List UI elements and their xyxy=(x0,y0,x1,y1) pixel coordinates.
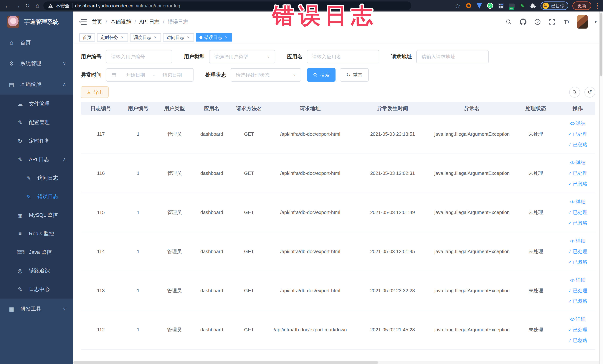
mark-processed-link[interactable]: ✓ 已处理 xyxy=(568,209,587,216)
tab-home[interactable]: 首页 × xyxy=(79,33,95,42)
sidebar-item-api-log[interactable]: ✎ API 日志 ∧ xyxy=(0,150,73,169)
mark-processed-link[interactable]: ✓ 已处理 xyxy=(568,327,587,333)
detail-link[interactable]: 详细 xyxy=(570,277,586,283)
eye-icon xyxy=(570,278,575,282)
browser-reload-icon[interactable]: ↻ xyxy=(23,2,32,10)
tab-job-log[interactable]: 调度日志 × xyxy=(130,33,161,42)
mark-ignored-link[interactable]: ✓ 已忽略 xyxy=(568,181,587,187)
tab-access-log[interactable]: 访问日志 × xyxy=(163,33,194,42)
mark-processed-link[interactable]: ✓ 已处理 xyxy=(568,131,587,137)
toggle-search-button[interactable] xyxy=(569,87,580,97)
bookmark-star-icon[interactable]: ☆ xyxy=(454,2,461,9)
end-date-placeholder[interactable]: 结束日期 xyxy=(156,72,188,78)
github-icon[interactable] xyxy=(519,18,527,26)
sidebar-logo-row[interactable]: 芋道管理系统 xyxy=(0,12,73,32)
search-button[interactable]: 搜索 xyxy=(307,68,336,82)
user-id-field[interactable] xyxy=(106,50,172,63)
sidebar-item-log-center[interactable]: ✎ 日志中心 xyxy=(0,280,73,299)
start-date-placeholder[interactable]: 开始日期 xyxy=(119,72,152,78)
browser-back-icon[interactable]: ← xyxy=(3,2,12,10)
hamburger-icon[interactable] xyxy=(79,19,87,25)
tab-close-icon[interactable]: × xyxy=(153,35,158,40)
tab-close-icon[interactable]: × xyxy=(120,35,125,40)
app-name-field[interactable] xyxy=(307,50,379,63)
sidebar-item-system[interactable]: ⚙ 系统管理 ∨ xyxy=(0,53,73,74)
mark-ignored-link[interactable]: ✓ 已忽略 xyxy=(568,259,587,265)
user-type-select[interactable]: 请选择用户类型 ∨ xyxy=(209,50,275,63)
mark-ignored-link[interactable]: ✓ 已忽略 xyxy=(568,141,587,148)
detail-link[interactable]: 详细 xyxy=(570,159,586,166)
user-avatar[interactable] xyxy=(577,15,588,29)
reset-button[interactable]: ↻ 重置 xyxy=(340,68,369,82)
breadcrumb-item[interactable]: API 日志 xyxy=(139,18,160,25)
detail-link[interactable]: 详细 xyxy=(570,199,586,205)
extension-on-badge-icon[interactable]: on xyxy=(508,2,515,9)
mark-processed-link[interactable]: ✓ 已处理 xyxy=(568,287,587,294)
detail-link[interactable]: 详细 xyxy=(570,316,586,322)
app-name-input[interactable] xyxy=(312,54,374,60)
sidebar-item-devtools[interactable]: ▣ 研发工具 ∨ xyxy=(0,299,73,319)
tab-close-icon[interactable]: × xyxy=(186,35,191,40)
sidebar-item-access-log[interactable]: ✎ 访问日志 xyxy=(0,169,73,187)
extension-leaf-icon[interactable] xyxy=(519,2,526,9)
vertical-scrollbar[interactable] xyxy=(599,12,603,364)
sidebar-item-file[interactable]: ☁ 文件管理 xyxy=(0,94,73,113)
tab-close-icon[interactable]: × xyxy=(224,35,228,40)
sidebar-item-java[interactable]: ⌨ Java 监控 xyxy=(0,243,73,261)
avatar-caret-down-icon[interactable]: ▾ xyxy=(595,20,597,24)
chrome-menu-icon[interactable] xyxy=(595,3,600,9)
search-icon[interactable] xyxy=(505,18,512,26)
detail-link[interactable]: 详细 xyxy=(570,238,586,244)
breadcrumb-item[interactable]: 首页 xyxy=(92,18,102,25)
breadcrumb-item[interactable]: 基础设施 xyxy=(110,18,131,25)
security-warning-icon[interactable] xyxy=(48,3,53,8)
mark-processed-link[interactable]: ✓ 已处理 xyxy=(568,170,587,176)
request-url-input[interactable] xyxy=(421,54,483,60)
browser-home-icon[interactable]: ⌂ xyxy=(33,2,42,10)
mark-ignored-link[interactable]: ✓ 已忽略 xyxy=(568,337,587,344)
mysql-icon: ▦ xyxy=(17,212,23,218)
browser-forward-icon[interactable]: → xyxy=(13,2,22,10)
user-id-input[interactable] xyxy=(111,54,167,60)
sidebar-item-trace[interactable]: ◎ 链路追踪 xyxy=(0,261,73,280)
horizontal-scrollbar-thumb[interactable] xyxy=(73,361,378,364)
cell-exception-time: 2021-05-02 23:32:28 xyxy=(352,271,433,310)
extension-orange-icon[interactable] xyxy=(465,2,472,9)
font-size-icon[interactable]: TT xyxy=(563,18,570,26)
sidebar-item-mysql[interactable]: ▦ MySQL 监控 xyxy=(0,206,73,224)
sidebar-item-redis[interactable]: ≡ Redis 监控 xyxy=(0,224,73,243)
horizontal-scrollbar[interactable] xyxy=(73,361,599,364)
sidebar-item-home[interactable]: ⌂ 首页 xyxy=(0,32,73,53)
request-url-field[interactable] xyxy=(416,50,489,63)
tab-label: 定时任务 xyxy=(101,35,118,40)
process-status-select[interactable]: 请选择处理状态 ∨ xyxy=(231,68,301,82)
exception-time-range-picker[interactable]: 开始日期 - 结束日期 xyxy=(106,68,194,82)
chevron-down-icon: ∨ xyxy=(63,61,66,66)
mark-ignored-link[interactable]: ✓ 已忽略 xyxy=(568,220,587,226)
detail-link[interactable]: 详细 xyxy=(570,120,586,127)
tab-error-log[interactable]: 错误日志 × xyxy=(196,33,232,42)
sidebar-item-infra[interactable]: ▤ 基础设施 ∧ xyxy=(0,74,73,94)
extension-grid-icon[interactable] xyxy=(498,2,504,9)
cell-exception-time: 2021-05-03 12:02:31 xyxy=(352,154,433,193)
address-bar[interactable]: 不安全 dashboard.yudao.iocoder.cn/infra/log… xyxy=(43,1,411,10)
extension-blue-icon[interactable] xyxy=(476,2,483,9)
refresh-table-button[interactable]: ↺ xyxy=(584,87,595,97)
export-button[interactable]: 导出 xyxy=(81,86,109,98)
mark-ignored-link[interactable]: ✓ 已忽略 xyxy=(568,298,587,305)
chrome-update-button[interactable]: 更新 xyxy=(572,1,591,10)
vertical-scrollbar-thumb[interactable] xyxy=(600,13,603,76)
extension-green-check-icon[interactable]: ✓ xyxy=(487,2,493,9)
sidebar-item-config[interactable]: ✎ 配置管理 xyxy=(0,113,73,132)
sidebar-item-job[interactable]: ↻ 定时任务 xyxy=(0,132,73,150)
extensions-puzzle-icon[interactable] xyxy=(530,2,536,9)
profile-sync-paused-badge[interactable]: 已暂停 xyxy=(541,1,568,10)
tab-job[interactable]: 定时任务 × xyxy=(97,33,128,42)
sidebar-item-error-log[interactable]: ✎ 错误日志 xyxy=(0,187,73,206)
fullscreen-icon[interactable] xyxy=(548,18,556,26)
security-label[interactable]: 不安全 xyxy=(56,3,70,9)
cell-method: GET xyxy=(230,154,268,193)
mark-processed-link[interactable]: ✓ 已处理 xyxy=(568,248,587,255)
eye-icon xyxy=(570,160,575,165)
help-icon[interactable]: ? xyxy=(534,18,541,26)
